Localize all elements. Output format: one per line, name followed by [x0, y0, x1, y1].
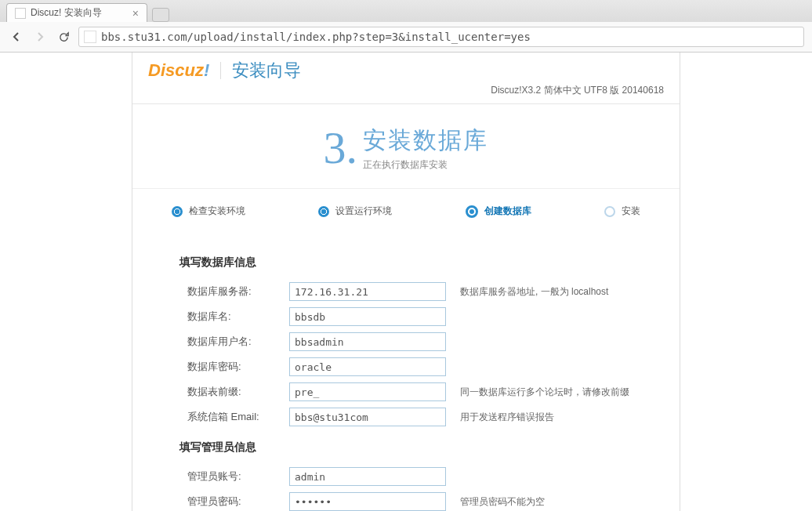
- discuz-logo: Discuz!: [148, 60, 209, 81]
- step-dot-icon: [172, 206, 183, 217]
- row-db-prefix: 数据表前缀: 同一数据库运行多个论坛时，请修改前缀: [179, 382, 633, 401]
- step-dot-icon: [604, 206, 615, 217]
- db-email-label: 系统信箱 Email:: [179, 410, 289, 424]
- progress-step-check: 检查安装环境: [172, 205, 245, 218]
- db-email-input[interactable]: [289, 408, 446, 426]
- form-area: 填写数据库信息 数据库服务器: 数据库服务器地址, 一般为 localhost …: [132, 226, 680, 511]
- step-dot-icon: [318, 206, 329, 217]
- tab-title: Discuz! 安装向导: [31, 6, 102, 20]
- step-dot-active-icon: [466, 205, 478, 218]
- db-prefix-input[interactable]: [289, 382, 446, 401]
- admin-user-label: 管理员账号:: [179, 469, 289, 484]
- separator: [220, 62, 221, 79]
- section-admin-title: 填写管理员信息: [179, 440, 633, 455]
- new-tab-button[interactable]: [152, 8, 169, 22]
- db-user-label: 数据库用户名:: [179, 335, 289, 349]
- step-hero: 3. 安装数据库 正在执行数据库安装: [132, 104, 680, 189]
- page-icon: [15, 8, 26, 19]
- db-server-input[interactable]: [289, 282, 446, 301]
- url-text: bbs.stu31.com/upload/install/index.php?s…: [101, 31, 531, 43]
- db-name-input[interactable]: [289, 307, 446, 326]
- step-subtitle: 正在执行数据库安装: [363, 158, 488, 172]
- address-bar[interactable]: bbs.stu31.com/upload/install/index.php?s…: [78, 27, 804, 47]
- step-title: 安装数据库: [363, 125, 488, 157]
- row-admin-pass: 管理员密码: 管理员密码不能为空: [179, 492, 633, 511]
- browser-chrome: Discuz! 安装向导 × bbs.stu31.com/upload/inst…: [0, 0, 812, 53]
- db-server-hint: 数据库服务器地址, 一般为 localhost: [460, 285, 608, 299]
- close-icon[interactable]: ×: [132, 8, 139, 19]
- admin-user-input[interactable]: [289, 467, 446, 486]
- db-email-hint: 用于发送程序错误报告: [460, 411, 554, 424]
- row-db-user: 数据库用户名:: [179, 332, 633, 351]
- forward-button[interactable]: [31, 28, 49, 45]
- nav-bar: bbs.stu31.com/upload/install/index.php?s…: [0, 22, 812, 52]
- step-number: 3.: [324, 121, 358, 174]
- arrow-left-icon: [10, 31, 23, 43]
- db-server-label: 数据库服务器:: [179, 284, 289, 299]
- header-subtitle: 安装向导: [232, 59, 301, 82]
- arrow-right-icon: [34, 31, 46, 43]
- progress-steps: 检查安装环境 设置运行环境 创建数据库 安装: [132, 189, 680, 226]
- brand: Discuz! 安装向导: [148, 59, 664, 82]
- back-button[interactable]: [8, 28, 25, 45]
- progress-step-db: 创建数据库: [466, 205, 531, 218]
- installer-header: Discuz! 安装向导 Discuz!X3.2 简体中文 UTF8 版 201…: [132, 53, 680, 104]
- installer-panel: Discuz! 安装向导 Discuz!X3.2 简体中文 UTF8 版 201…: [132, 53, 680, 511]
- db-pass-input[interactable]: [289, 357, 446, 376]
- row-admin-user: 管理员账号:: [179, 467, 633, 486]
- db-user-input[interactable]: [289, 332, 446, 351]
- db-prefix-label: 数据表前缀:: [179, 385, 289, 399]
- section-db-title: 填写数据库信息: [179, 256, 633, 270]
- db-name-label: 数据库名:: [179, 310, 289, 324]
- reload-button[interactable]: [55, 28, 72, 45]
- progress-step-install: 安装: [604, 205, 640, 218]
- admin-pass-hint: 管理员密码不能为空: [460, 495, 545, 509]
- progress-step-env: 设置运行环境: [318, 205, 392, 218]
- row-db-server: 数据库服务器: 数据库服务器地址, 一般为 localhost: [179, 282, 633, 301]
- version-text: Discuz!X3.2 简体中文 UTF8 版 20140618: [148, 82, 664, 102]
- row-db-pass: 数据库密码:: [179, 357, 633, 376]
- tab-bar: Discuz! 安装向导 ×: [0, 0, 812, 22]
- admin-pass-label: 管理员密码:: [179, 495, 289, 509]
- row-db-email: 系统信箱 Email: 用于发送程序错误报告: [179, 408, 633, 426]
- reload-icon: [58, 31, 70, 43]
- browser-tab[interactable]: Discuz! 安装向导 ×: [6, 3, 147, 22]
- page-icon: [84, 31, 96, 43]
- db-prefix-hint: 同一数据库运行多个论坛时，请修改前缀: [460, 386, 629, 399]
- row-db-name: 数据库名:: [179, 307, 633, 326]
- page-content: Discuz! 安装向导 Discuz!X3.2 简体中文 UTF8 版 201…: [0, 53, 812, 511]
- db-pass-label: 数据库密码:: [179, 360, 289, 374]
- admin-pass-input[interactable]: [289, 492, 446, 511]
